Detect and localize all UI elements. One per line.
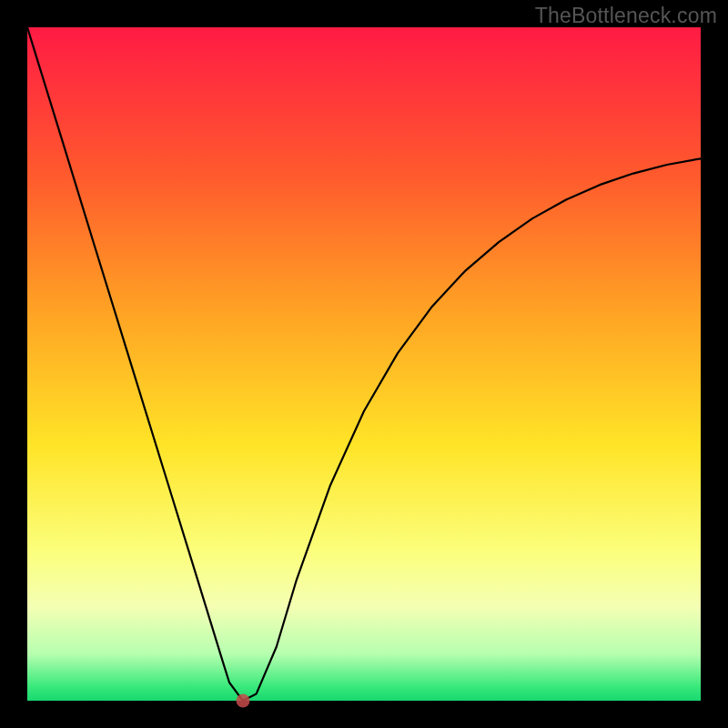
bottleneck-curve: [27, 27, 701, 701]
watermark-text: TheBottleneck.com: [535, 4, 717, 28]
curve-svg: [27, 27, 701, 701]
chart-frame: TheBottleneck.com: [0, 0, 728, 728]
marker-dot: [236, 694, 249, 708]
plot-area: [27, 27, 701, 701]
